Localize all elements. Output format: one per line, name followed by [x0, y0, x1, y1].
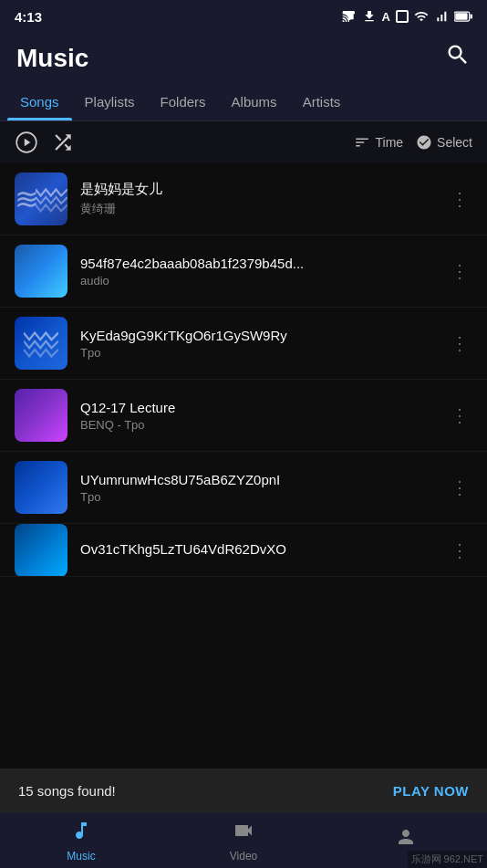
more-nav-icon [395, 826, 417, 853]
tab-folders[interactable]: Folders [148, 83, 219, 120]
tab-albums[interactable]: Albums [219, 83, 290, 120]
song-info: KyEda9gG9KrTKgO6r1GySW9Ry Tpo [80, 328, 434, 360]
search-icon[interactable] [445, 42, 471, 74]
song-menu-button[interactable]: ⋮ [447, 256, 472, 286]
list-item[interactable]: 954f87e4c2baaab08ab1f2379b45d... audio ⋮ [0, 235, 487, 308]
song-info: 954f87e4c2baaab08ab1f2379b45d... audio [80, 256, 434, 288]
play-all-button[interactable] [15, 131, 38, 154]
song-artist: 黄绮珊 [80, 201, 434, 217]
music-nav-label: Music [67, 850, 95, 863]
song-menu-button[interactable]: ⋮ [447, 536, 472, 565]
battery-icon [454, 11, 472, 22]
snackbar-message: 15 songs found! [18, 783, 116, 799]
select-button[interactable]: Select [416, 134, 472, 151]
download-icon [362, 9, 377, 24]
play-now-button[interactable]: PLAY NOW [393, 783, 469, 799]
nav-item-music[interactable]: Music [0, 813, 162, 868]
snackbar: 15 songs found! PLAY NOW [0, 769, 487, 813]
status-bar: 4:13 A [0, 0, 487, 33]
toolbar-left [15, 131, 339, 154]
svg-marker-4 [25, 139, 31, 147]
nav-item-video[interactable]: Video [162, 813, 325, 868]
song-artwork [15, 461, 67, 514]
song-artwork [15, 317, 67, 370]
status-icons: A [342, 9, 472, 24]
tabs-bar: Songs Playlists Folders Albums Artists [0, 83, 487, 121]
song-list: 是妈妈是女儿 黄绮珊 ⋮ 954f87e4c2baaab08ab1f2379b4… [0, 163, 487, 729]
toolbar: Time Select [0, 121, 487, 163]
video-nav-label: Video [230, 850, 257, 863]
select-label: Select [437, 135, 472, 150]
svg-rect-2 [471, 15, 473, 19]
song-title: Q12-17 Lecture [80, 400, 434, 415]
list-item[interactable]: Ov31cTKhg5LzTU64VdR62DvXO ⋮ [0, 524, 487, 577]
sort-label: Time [375, 135, 403, 150]
song-artist: BENQ - Tpo [80, 418, 434, 432]
song-artist: Tpo [80, 346, 434, 360]
song-menu-button[interactable]: ⋮ [447, 473, 472, 502]
sort-button[interactable]: Time [354, 134, 403, 151]
shuffle-button[interactable] [51, 131, 75, 154]
song-artwork [15, 524, 67, 577]
song-info: Ov31cTKhg5LzTU64VdR62DvXO [80, 541, 434, 559]
list-item[interactable]: UYumrunwHcs8U75aB6ZYZ0pnI Tpo ⋮ [0, 452, 487, 524]
list-item[interactable]: KyEda9gG9KrTKgO6r1GySW9Ry Tpo ⋮ [0, 308, 487, 380]
list-item[interactable]: 是妈妈是女儿 黄绮珊 ⋮ [0, 163, 487, 235]
video-nav-icon [233, 820, 254, 847]
song-menu-button[interactable]: ⋮ [447, 401, 472, 430]
a-icon: A [382, 10, 390, 24]
tab-artists[interactable]: Artists [290, 83, 354, 120]
song-title: KyEda9gG9KrTKgO6r1GySW9Ry [80, 328, 434, 343]
song-info: UYumrunwHcs8U75aB6ZYZ0pnI Tpo [80, 472, 434, 504]
song-info: 是妈妈是女儿 黄绮珊 [80, 181, 434, 217]
music-nav-icon [70, 820, 92, 847]
song-artist: Tpo [80, 490, 434, 504]
song-title: UYumrunwHcs8U75aB6ZYZ0pnI [80, 472, 434, 487]
cast-icon [342, 9, 357, 24]
song-menu-button[interactable]: ⋮ [447, 184, 472, 214]
song-title: 954f87e4c2baaab08ab1f2379b45d... [80, 256, 434, 271]
svg-rect-1 [455, 13, 467, 20]
tab-songs[interactable]: Songs [7, 83, 72, 120]
tab-playlists[interactable]: Playlists [72, 83, 148, 120]
wifi-icon [414, 9, 429, 24]
toolbar-right: Time Select [354, 134, 472, 151]
status-time: 4:13 [15, 9, 42, 25]
song-artwork [15, 389, 67, 442]
app-header: Music [0, 33, 487, 83]
signal-icon [434, 9, 449, 24]
square-icon [396, 10, 409, 23]
song-artist: audio [80, 274, 434, 288]
song-title: Ov31cTKhg5LzTU64VdR62DvXO [80, 541, 434, 557]
song-artwork [15, 173, 67, 225]
song-menu-button[interactable]: ⋮ [447, 329, 472, 358]
song-info: Q12-17 Lecture BENQ - Tpo [80, 400, 434, 432]
list-item[interactable]: Q12-17 Lecture BENQ - Tpo ⋮ [0, 380, 487, 452]
song-artwork [15, 245, 67, 298]
song-title: 是妈妈是女儿 [80, 181, 434, 198]
app-title: Music [16, 44, 88, 73]
watermark: 乐游网 962.NET [408, 851, 487, 868]
